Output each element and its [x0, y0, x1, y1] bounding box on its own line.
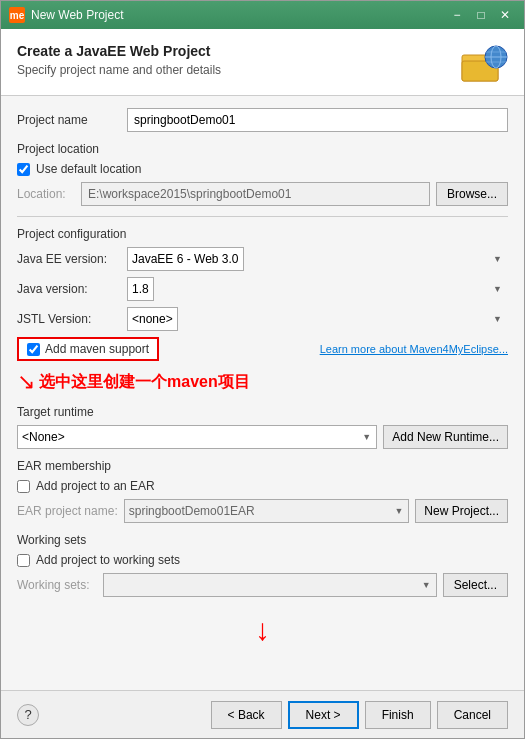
annotation-row: ↘ 选中这里创建一个maven项目	[17, 369, 508, 395]
working-sets-select-wrapper	[103, 573, 437, 597]
project-config-label: Project configuration	[17, 227, 508, 241]
project-name-row: Project name	[17, 108, 508, 132]
maven-checkbox-group: Add maven support	[17, 337, 159, 361]
browse-button[interactable]: Browse...	[436, 182, 508, 206]
working-sets-input-row: Working sets: Select...	[17, 573, 508, 597]
jstl-version-select[interactable]: <none>	[127, 307, 178, 331]
help-button[interactable]: ?	[17, 704, 39, 726]
arrow-icon: ↘	[17, 369, 35, 395]
new-project-button[interactable]: New Project...	[415, 499, 508, 523]
footer-left: ?	[17, 704, 39, 726]
header-text-block: Create a JavaEE Web Project Specify proj…	[17, 43, 221, 77]
use-default-location-row: Use default location	[17, 162, 508, 176]
working-sets-checkbox[interactable]	[17, 554, 30, 567]
window-title: New Web Project	[31, 8, 446, 22]
maven-link[interactable]: Learn more about Maven4MyEclipse...	[320, 343, 508, 355]
working-sets-checkbox-row: Add project to working sets	[17, 553, 508, 567]
location-row: Location: Browse...	[17, 182, 508, 206]
working-sets-label: Working sets	[17, 533, 508, 547]
location-label: Location:	[17, 187, 75, 201]
maven-support-row: Add maven support Learn more about Maven…	[17, 337, 508, 361]
divider-1	[17, 216, 508, 217]
next-button[interactable]: Next >	[288, 701, 359, 729]
java-version-row: Java version: 1.8	[17, 277, 508, 301]
maximize-button[interactable]: □	[470, 6, 492, 24]
dialog-header: Create a JavaEE Web Project Specify proj…	[1, 29, 524, 96]
use-default-location-label: Use default location	[36, 162, 141, 176]
project-location-section-title: Project location	[17, 142, 508, 156]
target-runtime-section: Target runtime <None> Add New Runtime...	[17, 405, 508, 449]
minimize-button[interactable]: −	[446, 6, 468, 24]
footer-buttons: < Back Next > Finish Cancel	[211, 701, 508, 729]
main-window: me New Web Project − □ ✕ Create a JavaEE…	[0, 0, 525, 739]
working-sets-checkbox-label: Add project to working sets	[36, 553, 180, 567]
finish-button[interactable]: Finish	[365, 701, 431, 729]
target-runtime-label: Target runtime	[17, 405, 508, 419]
ear-project-row: EAR project name: springbootDemo01EAR Ne…	[17, 499, 508, 523]
runtime-row: <None> Add New Runtime...	[17, 425, 508, 449]
app-icon: me	[9, 7, 25, 23]
close-button[interactable]: ✕	[494, 6, 516, 24]
project-name-label: Project name	[17, 113, 127, 127]
ear-checkbox[interactable]	[17, 480, 30, 493]
javaee-version-row: Java EE version: JavaEE 6 - Web 3.0	[17, 247, 508, 271]
ear-project-select-wrapper: springbootDemo01EAR	[124, 499, 410, 523]
down-arrow-icon: ↓	[255, 613, 270, 647]
working-sets-section: Working sets Add project to working sets…	[17, 533, 508, 597]
project-name-input[interactable]	[127, 108, 508, 132]
form-content: Project name Project location Use defaul…	[1, 96, 524, 690]
working-sets-input-label: Working sets:	[17, 578, 97, 592]
jstl-version-select-wrapper: <none>	[127, 307, 508, 331]
use-default-location-checkbox[interactable]	[17, 163, 30, 176]
ear-membership-section: EAR membership Add project to an EAR EAR…	[17, 459, 508, 523]
dialog-footer: ? < Back Next > Finish Cancel	[1, 690, 524, 738]
location-input[interactable]	[81, 182, 430, 206]
maven-support-checkbox[interactable]	[27, 343, 40, 356]
ear-project-select[interactable]: springbootDemo01EAR	[124, 499, 410, 523]
javaee-version-label: Java EE version:	[17, 252, 127, 266]
add-runtime-button[interactable]: Add New Runtime...	[383, 425, 508, 449]
select-button[interactable]: Select...	[443, 573, 508, 597]
title-bar: me New Web Project − □ ✕	[1, 1, 524, 29]
jstl-version-label: JSTL Version:	[17, 312, 127, 326]
javaee-version-select-wrapper: JavaEE 6 - Web 3.0	[127, 247, 508, 271]
javaee-version-select[interactable]: JavaEE 6 - Web 3.0	[127, 247, 244, 271]
dialog-subtitle: Specify project name and other details	[17, 63, 221, 77]
runtime-select-wrapper: <None>	[17, 425, 377, 449]
java-version-select-wrapper: 1.8	[127, 277, 508, 301]
working-sets-select[interactable]	[103, 573, 437, 597]
cancel-button[interactable]: Cancel	[437, 701, 508, 729]
ear-section-label: EAR membership	[17, 459, 508, 473]
ear-checkbox-row: Add project to an EAR	[17, 479, 508, 493]
jstl-version-row: JSTL Version: <none>	[17, 307, 508, 331]
bottom-annotation: ↓	[17, 605, 508, 647]
maven-support-label: Add maven support	[45, 342, 149, 356]
back-button[interactable]: < Back	[211, 701, 282, 729]
dialog-title: Create a JavaEE Web Project	[17, 43, 221, 59]
ear-checkbox-label: Add project to an EAR	[36, 479, 155, 493]
runtime-select[interactable]: <None>	[17, 425, 377, 449]
annotation-text: 选中这里创建一个maven项目	[39, 372, 250, 393]
java-version-select[interactable]: 1.8	[127, 277, 154, 301]
ear-project-label: EAR project name:	[17, 504, 118, 518]
window-controls: − □ ✕	[446, 6, 516, 24]
header-icon	[460, 43, 508, 83]
java-version-label: Java version:	[17, 282, 127, 296]
